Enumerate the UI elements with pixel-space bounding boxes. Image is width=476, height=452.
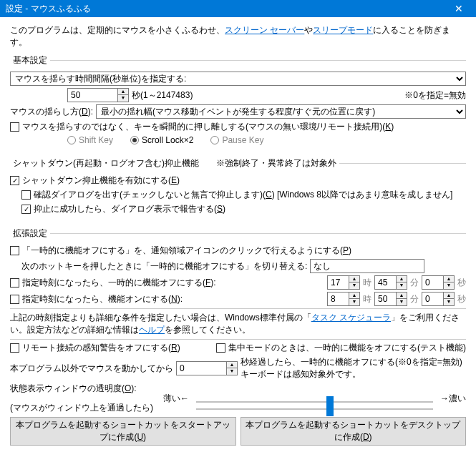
shutdown-confirm-label: 確認ダイアログを出す(チェックしないと無言で抑止します)(C) [Windows… [34,189,452,201]
help-link[interactable]: ヘルプ [139,325,165,335]
focus-label: 集中モードのときは、一時的に機能をオフにする(テスト機能) [228,342,466,354]
interval-unit: 秒(1～2147483) [132,89,193,102]
hotkey-label: 次のホットキーを押したときに「一時的に機能オフにする」を切り替える: [21,260,307,272]
shutdown-confirm-checkbox[interactable] [21,190,31,200]
shutdown-group: シャットダウン(再起動・ログオフ含む)抑止機能 ※強制終了・異常終了は対象外 シ… [10,157,466,223]
shake-label: マウスの揺らし方(D): [10,106,93,118]
extended-legend: 拡張設定 [10,227,50,240]
shutdown-report-label: 抑止に成功したら、ダイアログ表示で報告する(S) [34,203,225,215]
shutdown-report-checkbox[interactable] [21,205,31,214]
shutdown-legend: シャットダウン(再起動・ログオフ含む)抑止機能 ※強制終了・異常終了は対象外 [10,157,339,170]
focus-checkbox[interactable] [216,343,225,353]
remote-checkbox[interactable] [10,343,19,353]
on-min-spinner[interactable]: ▲▼ [374,292,407,306]
keypress-label: マウスを揺らすのではなく、キーを瞬間的に押し離しする(マウスの無い環境/リモート… [22,121,394,133]
sleepmode-link[interactable]: スリープモード [313,25,373,35]
off-min-spinner[interactable]: ▲▼ [374,275,407,290]
hotkey-input[interactable] [310,259,424,273]
on-time-label: 指定時刻になったら、機能オンにする(N): [22,293,183,305]
off-time-label: 指定時刻になったら、一時的に機能オフにする(F): [22,277,216,289]
spin-down-icon[interactable]: ▼ [118,95,128,102]
task-scheduler-link[interactable]: タスク スケジューラ [311,313,391,323]
off-hour-spinner[interactable]: ▲▼ [327,275,360,290]
interval-label-select[interactable]: マウスを揺らす時間間隔(秒単位)を指定する: [10,72,466,86]
interval-spinner[interactable]: ▲▼ [67,88,129,102]
on-hour-spinner[interactable]: ▲▼ [327,292,360,306]
interval-input[interactable] [67,88,117,102]
radio-scrolllock[interactable]: Scroll Lock×2 [130,135,193,145]
off-sec-spinner[interactable]: ▲▼ [422,275,455,290]
off-time-checkbox[interactable] [10,278,19,288]
spin-up-icon[interactable]: ▲ [118,89,128,95]
idle-spinner[interactable]: ▲▼ [176,361,238,375]
shutdown-enable-checkbox[interactable] [10,176,19,185]
intro-text: このプログラムは、定期的にマウスを小さくふるわせ、スクリーン セーバーやスリープ… [10,24,466,49]
tray-checkbox[interactable] [10,246,19,255]
create-desktop-shortcut-button[interactable]: 本プログラムを起動するショートカットをデスクトップに作成(D) [241,417,467,446]
interval-note: ※0を指定=無効 [195,89,466,102]
close-icon[interactable]: ✕ [445,3,473,14]
titlebar: 設定 - マウスふるふる ✕ [0,0,476,17]
extended-group: 拡張設定 「一時的に機能オフにする」を、通知領域アイコンのクリックで行えるように… [10,227,466,451]
on-sec-spinner[interactable]: ▲▼ [422,292,455,306]
tray-label: 「一時的に機能オフにする」を、通知領域アイコンのクリックで行えるようにする(P) [22,245,351,257]
screensaver-link[interactable]: スクリーン セーバー [225,25,304,35]
transparency-sublabel: (マウスがウィンドウ上を通過したら) [10,402,160,414]
radio-shift[interactable]: Shift Key [67,135,113,145]
window-title: 設定 - マウスふるふる [6,3,445,15]
shake-method-select[interactable]: 最小の揺れ幅(マウス移動イベントが発生する程度/すぐ元の位置に戻す) [96,104,466,119]
transparency-label: 状態表示ウィンドウの透明度(O): [10,383,160,395]
basic-legend: 基本設定 [10,54,50,67]
idle-label: 本プログラム以外でマウスを動かしてから [10,363,173,375]
on-time-checkbox[interactable] [10,295,19,304]
basic-settings-group: 基本設定 マウスを揺らす時間間隔(秒単位)を指定する: ▲▼ 秒(1～21474… [10,54,466,153]
remote-label: リモート接続の感知警告をオフにする(R) [22,342,180,354]
radio-pause[interactable]: Pause Key [210,135,263,145]
create-startup-shortcut-button[interactable]: 本プログラムを起動するショートカットをスタートアップに作成(U) [10,417,236,446]
shutdown-enable-label: シャットダウン抑止機能を有効にする(E) [22,175,180,187]
keypress-checkbox[interactable] [10,122,19,132]
